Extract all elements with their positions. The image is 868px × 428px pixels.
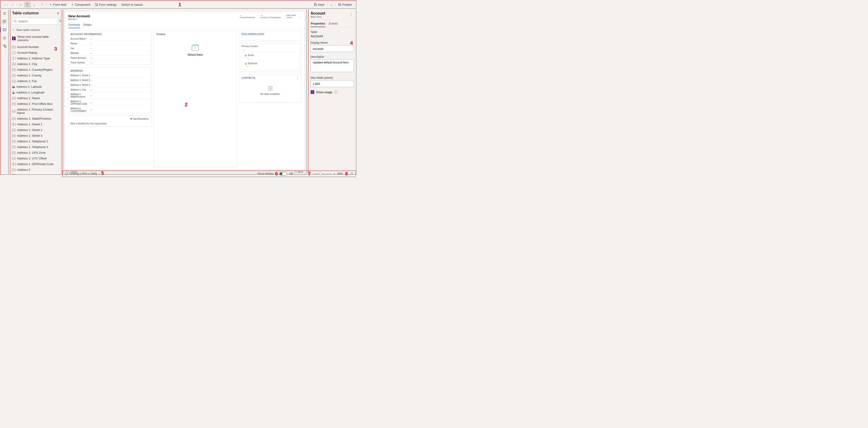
close-icon[interactable]: ✕ <box>57 11 59 15</box>
tab-details[interactable]: Details <box>83 22 92 28</box>
form-field[interactable]: Website--- <box>68 51 151 56</box>
form-field[interactable]: Address 1: Street 1--- <box>68 73 151 78</box>
form-field[interactable]: Address 1: ZIP/Postal Code--- <box>68 99 151 106</box>
properties-panel: Account Main form 〉 Properties Events Ta… <box>308 9 356 175</box>
form-field[interactable]: Parent Account--- <box>68 56 151 60</box>
display-name-input[interactable] <box>311 45 354 52</box>
form-entity: Account <box>68 18 90 21</box>
contacts-card[interactable]: CONTACTS⋮ No data available. <box>239 74 302 102</box>
tab-summary[interactable]: Summary <box>68 22 80 28</box>
column-item[interactable]: AbcAddress 1: Primary Contact Name <box>12 107 59 116</box>
description-input[interactable] <box>311 59 354 72</box>
show-image-checkbox[interactable]: ✓ Show image i <box>311 90 354 94</box>
save-button[interactable]: Save <box>312 1 327 8</box>
column-item[interactable]: AbcAddress 1: Telephone 3 <box>12 144 59 150</box>
switch-classic-button[interactable]: Switch to classic <box>119 1 145 8</box>
show-hidden-toggle[interactable] <box>279 172 287 176</box>
components-icon[interactable] <box>2 19 7 24</box>
form-field[interactable]: Account Name*--- <box>68 36 151 41</box>
column-item[interactable]: Address 1: Longitude <box>12 90 59 95</box>
column-item[interactable]: ≡Account Rating <box>12 50 59 56</box>
cut-button[interactable] <box>17 1 24 8</box>
info-icon[interactable]: i <box>334 90 337 94</box>
zoom-out-button[interactable]: − <box>304 172 306 175</box>
table-value: Account <box>311 34 354 38</box>
form-field-button[interactable]: ＋Form field <box>47 1 69 8</box>
primary-contact-card[interactable]: Primary Contact --- 🔒Email --- 🔒Business… <box>239 44 302 72</box>
device-selector[interactable]: Desktop (1920 x 1080) ⌵ <box>65 172 100 175</box>
column-item[interactable]: AbcAddress 1: County <box>12 73 59 78</box>
column-item[interactable]: AbcAddress 1: State/Province <box>12 116 59 121</box>
form-field[interactable]: Ticker Symbol--- <box>68 60 151 65</box>
form-field[interactable]: Address 1: City--- <box>68 87 151 92</box>
form-field[interactable]: Address 1: Street 3--- <box>68 83 151 87</box>
delete-button[interactable] <box>39 1 46 8</box>
error-link[interactable]: Error loading control <box>239 31 301 36</box>
undo-button[interactable] <box>2 1 9 8</box>
more-icon[interactable]: ⋮ <box>297 77 299 79</box>
zoom-in-button[interactable]: + <box>334 172 335 175</box>
svg-point-0 <box>20 5 21 6</box>
error-card[interactable]: Error loading control <box>239 31 302 41</box>
column-item[interactable]: AbcAddress 2 <box>12 167 59 173</box>
hamburger-icon[interactable]: ☰ <box>2 11 7 16</box>
lock-icon: 🔒 <box>245 54 247 56</box>
column-item[interactable]: AbcAddress 1: City <box>12 61 59 67</box>
left-rail: ☰ Abc <box>0 9 9 175</box>
file-icon <box>269 86 272 91</box>
collapse-props-icon[interactable]: 〉 <box>350 12 354 17</box>
header-collapse-icon[interactable]: ⌵ <box>300 15 301 18</box>
column-item[interactable]: AbcAddress 1: ZIP/Postal Code <box>12 161 59 167</box>
redo-button[interactable] <box>9 1 16 8</box>
section-timeline[interactable]: Timeline Almost there <box>154 31 237 167</box>
publish-button[interactable]: Publish <box>336 1 354 8</box>
form-field[interactable]: Address 1: Country/Region--- <box>68 106 151 113</box>
paste-chevron[interactable]: ⌵ <box>31 1 38 8</box>
form-field[interactable]: Address 1: Street 2--- <box>68 78 151 83</box>
paste-button[interactable] <box>24 1 31 8</box>
search-input[interactable] <box>12 18 58 25</box>
section-account-info[interactable]: ACCOUNT INFORMATION Account Name*---Phon… <box>68 31 151 65</box>
column-item[interactable]: AbcAddress 1: Name <box>12 95 59 101</box>
column-item[interactable]: AbcAddress 1: Telephone 2 <box>12 139 59 144</box>
new-column-button[interactable]: ＋New table column <box>12 28 59 32</box>
column-item[interactable]: AbcAccount Number <box>12 44 59 50</box>
zoom-slider[interactable] <box>313 173 331 174</box>
columns-icon[interactable]: Abc <box>0 27 8 32</box>
column-item[interactable]: AbcAddress 1: Street 2 <box>12 127 59 133</box>
column-item[interactable]: AbcAddress 1: Street 3 <box>12 133 59 139</box>
column-item[interactable]: AbcAddress 1: Fax <box>12 78 59 84</box>
column-item[interactable]: AbcAddress 1: Post Office Box <box>12 101 59 107</box>
form-field-label: Form field <box>53 3 66 6</box>
get-directions-link[interactable]: ◈Get Directions <box>68 116 151 121</box>
form-field[interactable]: Fax--- <box>68 46 151 51</box>
column-list[interactable]: AbcAccount Number≡Account Rating≡Address… <box>12 44 59 175</box>
filter-button[interactable]: ⌵ <box>59 18 61 25</box>
callout-8: 8 <box>345 171 348 177</box>
column-item[interactable]: Address 1: Latitude <box>12 84 59 90</box>
search-field[interactable] <box>18 20 56 23</box>
column-item[interactable]: 123Address 1: UTC Offset <box>12 155 59 161</box>
section-map[interactable]: ◈Get Directions Map is disabled for this… <box>68 116 151 127</box>
column-item[interactable]: ≡Address 1: Address Type <box>12 56 59 61</box>
column-item[interactable]: AbcAddress 1: Country/Region <box>12 67 59 73</box>
layers-icon[interactable] <box>2 35 7 40</box>
save-chevron[interactable]: ⌵ <box>328 1 335 8</box>
tree-icon[interactable] <box>2 44 7 49</box>
show-unused-checkbox[interactable]: ✓ Show only unused table columns <box>12 35 59 42</box>
column-item[interactable]: AbcAddress 1: UPS Zone <box>12 150 59 155</box>
svg-rect-9 <box>3 22 4 23</box>
tab-properties[interactable]: Properties <box>311 21 325 27</box>
tab-events[interactable]: Events <box>329 21 338 27</box>
form-field[interactable]: Address 1: State/Province--- <box>68 92 151 99</box>
form-canvas[interactable]: New Account Account --- Annual Revenue -… <box>65 12 304 174</box>
column-item[interactable]: AbcAddress 1: Street 1 <box>12 121 59 127</box>
column-item[interactable]: ≡Address 2: Address Type <box>12 173 59 175</box>
section-address[interactable]: ADDRESS Address 1: Street 1---Address 1:… <box>68 67 151 113</box>
form-settings-button[interactable]: Form settings <box>92 1 119 8</box>
maxw-input[interactable] <box>311 80 354 87</box>
form-field[interactable]: Phone--- <box>68 41 151 46</box>
component-button[interactable]: ＋Component <box>69 1 92 8</box>
fit-button[interactable] <box>350 172 353 175</box>
callout-2: 2 <box>185 102 187 108</box>
